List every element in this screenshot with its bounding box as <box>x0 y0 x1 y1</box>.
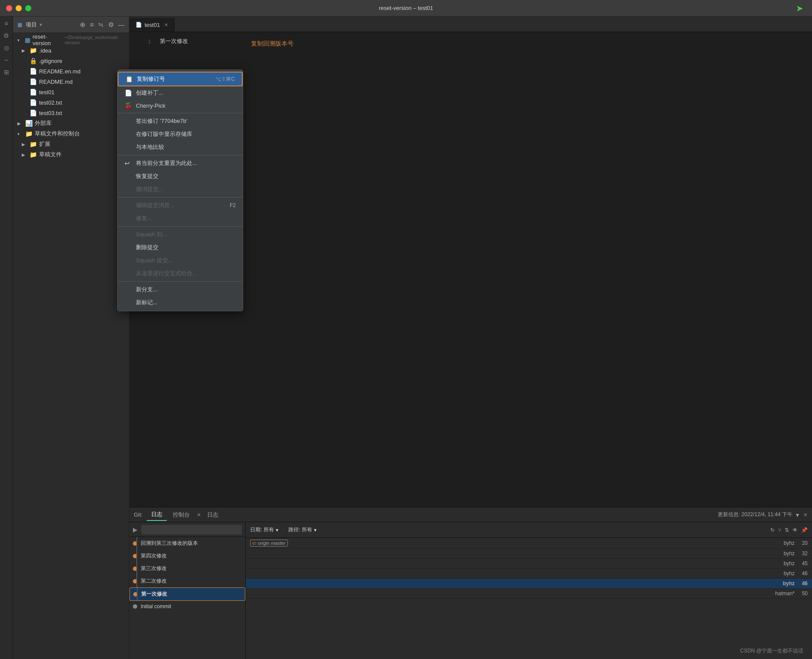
cm-create-patch[interactable]: 📄 创建补丁... <box>118 86 243 99</box>
commit-author: byhz <box>769 560 795 567</box>
tree-item-readme-en[interactable]: ▶ 📄 README.en.md <box>13 66 129 76</box>
minimize-button[interactable] <box>16 5 22 11</box>
sidebar-icon-1[interactable]: ≡ <box>4 20 8 27</box>
tree-item-external-libs[interactable]: ▶ 📊 外部库 <box>13 118 129 129</box>
git-log-right: 日期: 所有 ▾ · 路径: 所有 ▾ ↻ ⑂ ⇅ <box>246 522 812 659</box>
tab-file-icon: 📄 <box>135 22 142 28</box>
git-commit-row-5[interactable]: byhz 46 <box>246 579 812 589</box>
tree-item-draft[interactable]: ▶ 📁 草稿文件 <box>13 149 129 160</box>
tree-item-readme[interactable]: ▶ 📄 README.md <box>13 76 129 87</box>
branch-icon[interactable]: ⑂ <box>778 527 781 533</box>
tab-console[interactable]: 控制台 <box>168 509 194 521</box>
cm-show-repo[interactable]: 在修订版中显示存储库 <box>118 128 243 141</box>
tree-item-idea[interactable]: ▶ 📁 .idea <box>13 45 129 56</box>
commit-num: 46 <box>795 570 808 577</box>
cm-separator-2 <box>118 155 243 155</box>
tree-item-expand[interactable]: ▶ 📁 扩展 <box>13 139 129 149</box>
folder-icon: ▦ <box>25 36 30 43</box>
cm-copy-revision[interactable]: 📋 复制修订号 ⌥⇧⌘C <box>118 72 243 86</box>
sort-icon[interactable]: ≒ <box>98 21 104 29</box>
window-title: reset-version – test01 <box>379 5 433 11</box>
tree-item-gitignore[interactable]: ▶ 🔒 .gitignore <box>13 56 129 66</box>
cm-new-branch[interactable]: 新分支... <box>118 283 243 296</box>
git-commit-row-1[interactable]: 🏷 origin master byhz 20 <box>246 538 812 549</box>
cm-shortcut: ⌥⇧⌘C <box>215 76 235 82</box>
pin-icon[interactable]: 📌 <box>801 527 808 533</box>
tree-item-label: README.md <box>39 79 73 85</box>
git-commit-4[interactable]: 第二次修改 <box>129 575 245 587</box>
git-commit-5[interactable]: 第一次修改 <box>129 587 245 601</box>
tree-item-label: README.en.md <box>39 68 80 75</box>
sidebar-icon-4[interactable]: ↔ <box>3 56 10 63</box>
list-icon[interactable]: ≡ <box>90 21 94 28</box>
bottom-tabs: Git: 日志 控制台 ✕ 日志 更新信息: 2022/12/4, 11:44 … <box>129 507 812 522</box>
git-log-icons: ↻ ⑂ ⇅ 👁 📌 <box>770 527 808 533</box>
update-info-close[interactable]: ✕ <box>803 512 808 518</box>
cm-label: 创建补丁... <box>136 89 236 97</box>
git-commit-2[interactable]: 第四次修改 <box>129 550 245 562</box>
cm-revert[interactable]: 恢复提交 <box>118 170 243 183</box>
tree-root[interactable]: ▾ ▦ reset-version ~/Desktop/git_work/res… <box>13 35 129 45</box>
cm-label: 新标记... <box>136 299 236 306</box>
commit-dot <box>133 604 137 609</box>
expand-icon[interactable]: ▶ <box>133 526 138 533</box>
project-dropdown-arrow[interactable]: ▾ <box>40 22 42 28</box>
filter-path[interactable]: 路径: 所有 ▾ <box>288 526 317 534</box>
project-icon: ▦ <box>17 22 22 28</box>
add-icon[interactable]: ⊕ <box>80 21 86 29</box>
cm-label: Squash 到... <box>136 231 236 238</box>
view-icon[interactable]: 👁 <box>792 527 798 533</box>
sidebar-icon-3[interactable]: ◎ <box>4 44 9 51</box>
tree-item-label: 草稿文件 <box>39 151 62 158</box>
cm-checkout[interactable]: 签出修订 '7704be7b' <box>118 115 243 128</box>
sidebar-icon-2[interactable]: ⚙ <box>3 32 9 39</box>
cm-new-tag[interactable]: 新标记... <box>118 296 243 309</box>
collapse-icon[interactable]: — <box>118 21 125 28</box>
cm-separator-3 <box>118 197 243 198</box>
tab-log[interactable]: 日志 <box>147 509 167 521</box>
bottom-panel: Git: 日志 控制台 ✕ 日志 更新信息: 2022/12/4, 11:44 … <box>129 507 812 659</box>
commit-tags: 🏷 origin master <box>250 540 288 547</box>
refresh-icon[interactable]: ↻ <box>770 527 775 533</box>
tree-item-scratch[interactable]: ▾ 📁 草稿文件和控制台 <box>13 129 129 139</box>
tab-close-button[interactable]: ✕ <box>164 22 168 28</box>
tag-icon: 🏷 <box>252 541 257 546</box>
cm-cherry-pick[interactable]: 🍒 Cherry-Pick <box>118 99 243 112</box>
tree-item-test02[interactable]: ▶ 📄 test02.txt <box>13 97 129 108</box>
file-icon: 📄 <box>30 99 37 106</box>
git-commit-row-4[interactable]: byhz 46 <box>246 569 812 579</box>
tree-item-label: test01 <box>39 89 54 96</box>
git-commit-1[interactable]: 回溯到第三次修改的版本 <box>129 537 245 550</box>
arrow-icon: ➤ <box>796 3 803 13</box>
tag-label: origin master <box>258 540 286 546</box>
update-arrow: ▾ <box>796 511 799 518</box>
cm-interactive-rebase: 从这里进行交互式衍合... <box>118 267 243 280</box>
git-commit-row-3[interactable]: byhz 45 <box>246 559 812 569</box>
maximize-button[interactable] <box>25 5 31 11</box>
sidebar-icon-5[interactable]: ⊞ <box>4 69 9 76</box>
editor-tab-test01[interactable]: 📄 test01 ✕ <box>129 18 175 32</box>
tree-arrow: ▶ <box>22 142 28 147</box>
tab-console-close[interactable]: ✕ <box>197 512 201 518</box>
filter-date[interactable]: 日期: 所有 ▾ <box>250 526 278 534</box>
merge-icon[interactable]: ⇅ <box>785 527 789 533</box>
tree-arrow: ▶ <box>17 121 23 126</box>
git-commit-row-2[interactable]: byhz 32 <box>246 549 812 559</box>
git-commit-6[interactable]: Initial commit <box>129 601 245 612</box>
tree-item-test03[interactable]: ▶ 📄 test03.txt <box>13 108 129 118</box>
tree-arrow: ▾ <box>17 38 23 43</box>
close-button[interactable] <box>6 5 12 11</box>
git-commit-row-6[interactable]: hatman* 50 <box>246 589 812 599</box>
cm-delete-commit[interactable]: 删除提交 <box>118 241 243 254</box>
settings-icon[interactable]: ⚙ <box>108 21 114 29</box>
cm-reset-branch[interactable]: ↩ 将当前分支重置为此处... <box>118 157 243 170</box>
line-number: 1 <box>134 38 151 45</box>
cm-label: Squash 提交... <box>136 257 236 264</box>
cm-compare[interactable]: 与本地比较 <box>118 141 243 154</box>
tab-log2[interactable]: 日志 <box>203 509 223 521</box>
cm-icon: 📋 <box>125 76 133 82</box>
tree-item-test01[interactable]: ▶ 📄 test01 <box>13 87 129 97</box>
git-commit-3[interactable]: 第三次修改 <box>129 562 245 575</box>
git-search-input[interactable] <box>141 525 242 534</box>
cm-separator-4 <box>118 226 243 227</box>
